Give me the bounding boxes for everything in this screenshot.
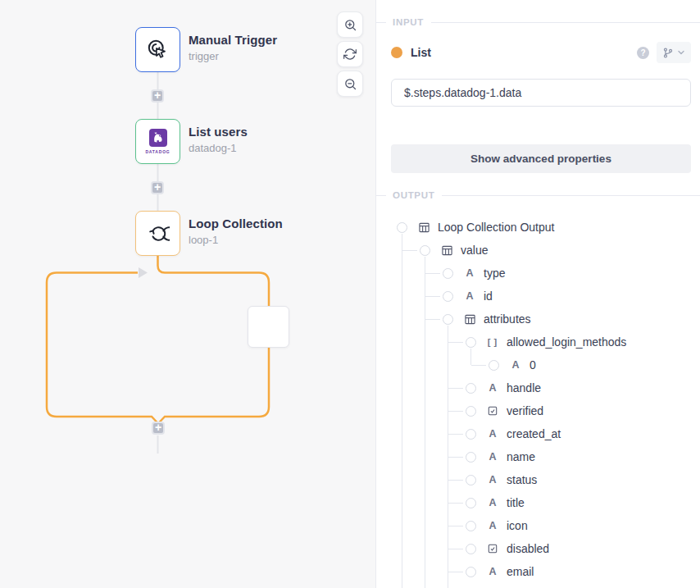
radio-button[interactable] bbox=[466, 544, 476, 554]
output-field-label: name bbox=[507, 450, 535, 463]
output-field-label: title bbox=[507, 496, 525, 509]
output-field-label: allowed_login_methods bbox=[507, 335, 626, 349]
tree-connector bbox=[448, 388, 464, 389]
output-tree: Loop Collection OutputvalueAtypeAidattri… bbox=[376, 216, 700, 588]
zoom-in-button[interactable] bbox=[337, 11, 363, 38]
type-string-icon: A bbox=[489, 520, 496, 531]
add-step-button[interactable]: + bbox=[151, 181, 164, 194]
tree-connector bbox=[448, 457, 464, 458]
step-config-panel: INPUT List ? Show bbox=[375, 0, 700, 588]
tree-connector bbox=[425, 273, 441, 274]
radio-button[interactable] bbox=[466, 383, 476, 394]
radio-button[interactable] bbox=[466, 567, 476, 577]
type-string-icon: A bbox=[489, 382, 496, 394]
output-field-label: type bbox=[484, 267, 505, 280]
chevron-down-icon bbox=[677, 48, 685, 57]
tree-connector bbox=[448, 480, 464, 481]
tree-connector bbox=[425, 319, 441, 320]
zoom-out-button[interactable] bbox=[337, 71, 363, 97]
radio-button[interactable] bbox=[420, 245, 430, 256]
reset-view-icon bbox=[343, 48, 357, 61]
loop-arrow-icon bbox=[139, 267, 148, 278]
tree-connector bbox=[448, 434, 464, 435]
radio-button[interactable] bbox=[443, 268, 453, 279]
type-string-icon: A bbox=[466, 290, 473, 302]
output-field-label: id bbox=[484, 289, 493, 303]
type-string-icon: A bbox=[489, 474, 496, 485]
field-status-dot bbox=[391, 47, 402, 58]
manual-trigger-icon bbox=[147, 39, 169, 61]
input-section-header: INPUT bbox=[376, 17, 700, 27]
output-field-label: icon bbox=[507, 519, 528, 532]
branch-icon bbox=[662, 47, 674, 59]
tree-connector bbox=[471, 365, 487, 366]
radio-button[interactable] bbox=[466, 452, 476, 463]
type-string-icon: A bbox=[489, 428, 496, 440]
reset-view-button[interactable] bbox=[337, 41, 363, 67]
output-field-label: disabled bbox=[507, 542, 549, 555]
node-subtitle: datadog-1 bbox=[189, 142, 248, 154]
help-icon[interactable]: ? bbox=[637, 47, 649, 59]
tree-connector bbox=[448, 342, 464, 343]
tree-connector bbox=[425, 296, 441, 297]
workflow-editor: Manual Trigger trigger + DATADOG List us… bbox=[0, 0, 700, 588]
output-field-label: verified bbox=[507, 404, 543, 417]
node-title: List users bbox=[189, 125, 248, 139]
node-list-users-text: List users datadog-1 bbox=[189, 125, 248, 154]
output-field-label: Loop Collection Output bbox=[438, 221, 554, 234]
field-label: List bbox=[411, 46, 431, 59]
zoom-in-icon bbox=[343, 18, 357, 32]
show-advanced-properties-button[interactable]: Show advanced properties bbox=[391, 144, 691, 173]
type-object-icon bbox=[442, 245, 452, 256]
output-field-label: handle bbox=[507, 381, 541, 394]
node-manual-trigger-text: Manual Trigger trigger bbox=[189, 33, 277, 62]
mapping-source-button[interactable] bbox=[657, 42, 691, 63]
list-value-input[interactable] bbox=[391, 79, 691, 107]
radio-button[interactable] bbox=[466, 475, 476, 485]
input-section-label: INPUT bbox=[393, 17, 424, 27]
node-manual-trigger[interactable] bbox=[135, 27, 180, 72]
radio-button[interactable] bbox=[443, 314, 453, 325]
canvas-controls bbox=[337, 11, 363, 97]
tree-connector bbox=[448, 503, 464, 504]
node-subtitle: trigger bbox=[189, 50, 277, 62]
type-string-icon: A bbox=[489, 566, 496, 577]
output-tree-row[interactable]: Loop Collection Output bbox=[376, 216, 700, 239]
type-boolean-icon bbox=[488, 544, 498, 554]
tree-connector bbox=[402, 234, 402, 588]
tree-connector bbox=[470, 349, 471, 365]
add-step-after-loop-button[interactable]: + bbox=[152, 422, 165, 435]
tree-connector bbox=[448, 572, 464, 572]
type-object-icon bbox=[465, 314, 475, 325]
radio-button[interactable] bbox=[466, 521, 476, 531]
radio-button[interactable] bbox=[466, 406, 476, 417]
zoom-out-icon bbox=[343, 77, 357, 91]
type-array-icon: [ ] bbox=[488, 337, 498, 347]
add-step-button[interactable]: + bbox=[151, 89, 164, 103]
type-object-icon bbox=[419, 222, 430, 233]
type-string-icon: A bbox=[489, 497, 496, 508]
radio-button[interactable] bbox=[489, 360, 499, 371]
node-loop-collection[interactable] bbox=[135, 211, 180, 256]
tree-connector bbox=[448, 411, 464, 412]
radio-button[interactable] bbox=[466, 337, 476, 348]
node-list-users[interactable]: DATADOG bbox=[135, 119, 180, 164]
list-field-row: List ? bbox=[391, 41, 691, 64]
datadog-icon bbox=[149, 129, 167, 147]
empty-loop-step[interactable] bbox=[248, 306, 289, 348]
output-field-label: attributes bbox=[484, 312, 531, 326]
radio-button[interactable] bbox=[466, 498, 476, 508]
tree-connector bbox=[448, 326, 448, 588]
datadog-wordmark: DATADOG bbox=[145, 149, 170, 154]
radio-button[interactable] bbox=[397, 222, 407, 233]
output-field-label: email bbox=[507, 565, 534, 578]
type-string-icon: A bbox=[466, 267, 473, 279]
tree-connector bbox=[448, 549, 464, 549]
node-loop-collection-text: Loop Collection loop-1 bbox=[189, 217, 283, 246]
workflow-canvas[interactable]: Manual Trigger trigger + DATADOG List us… bbox=[0, 0, 375, 588]
node-title: Loop Collection bbox=[189, 217, 283, 230]
output-field-label: status bbox=[507, 473, 537, 486]
node-title: Manual Trigger bbox=[189, 33, 277, 47]
radio-button[interactable] bbox=[466, 429, 476, 440]
radio-button[interactable] bbox=[443, 291, 453, 302]
